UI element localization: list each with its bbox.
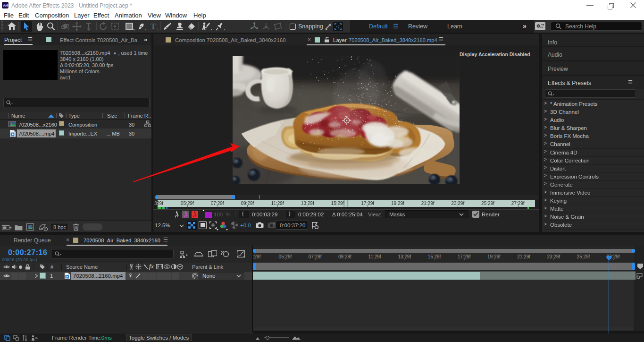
svg-text:T: T (151, 22, 156, 31)
